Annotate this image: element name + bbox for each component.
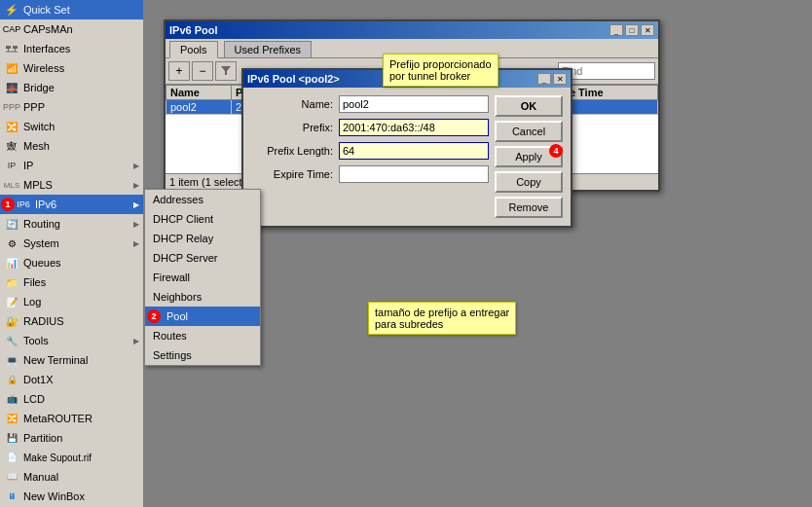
remove-button[interactable]: Remove xyxy=(495,197,563,218)
bridge-icon: 🌉 xyxy=(4,80,19,95)
app-window: ⚡ Quick Set CAP CAPsMAn Interfaces 📶 Wir… xyxy=(0,0,812,507)
radius-icon: 🔐 xyxy=(4,313,19,329)
sidebar-item-capsman[interactable]: CAP CAPsMAn xyxy=(0,19,143,39)
sidebar-item-bridge[interactable]: 🌉 Bridge xyxy=(0,78,143,97)
wireless-icon: 📶 xyxy=(4,60,19,76)
form-row-expire: Expire Time: xyxy=(251,165,489,183)
arrow-icon: ▶ xyxy=(133,181,139,190)
sidebar-item-newwinbox[interactable]: 🖥 New WinBox xyxy=(0,487,143,506)
cell-name: pool2 xyxy=(166,100,232,115)
sidebar-label: Switch xyxy=(23,121,139,132)
prefix-label: Prefix: xyxy=(251,122,339,133)
sidebar-item-tools[interactable]: 🔧 Tools ▶ xyxy=(0,331,143,350)
sidebar-label: IPv6 xyxy=(35,199,133,210)
sidebar-item-lcd[interactable]: 📺 LCD xyxy=(0,389,143,409)
filter-button[interactable] xyxy=(215,61,237,81)
minimize-button[interactable]: _ xyxy=(609,24,623,36)
prefix-length-input[interactable] xyxy=(339,142,489,160)
dot1x-icon: 🔒 xyxy=(4,372,19,387)
system-icon: ⚙ xyxy=(4,235,19,251)
sidebar-item-quickset[interactable]: ⚡ Quick Set xyxy=(0,0,143,19)
context-menu-addresses[interactable]: Addresses xyxy=(145,190,260,209)
sidebar-item-files[interactable]: 📁 Files xyxy=(0,272,143,292)
sidebar-item-make[interactable]: 📄 Make Supout.rif xyxy=(0,448,143,467)
add-icon: + xyxy=(175,64,182,78)
context-menu-neighbors[interactable]: Neighbors xyxy=(145,287,260,307)
sidebar-item-system[interactable]: ⚙ System ▶ xyxy=(0,234,143,253)
sidebar-label: IP xyxy=(23,160,133,171)
sidebar-label: Quick Set xyxy=(23,4,139,16)
queues-icon: 📊 xyxy=(4,255,19,271)
mesh-icon: 🕸 xyxy=(4,138,19,154)
log-icon: 📝 xyxy=(4,294,19,309)
files-icon: 📁 xyxy=(4,274,19,290)
col-name: Name xyxy=(166,86,232,100)
sidebar-item-partition[interactable]: 💾 Partition xyxy=(0,428,143,448)
sidebar-label: Tools xyxy=(23,335,133,346)
svg-rect-0 xyxy=(6,46,11,49)
partition-icon: 💾 xyxy=(4,430,19,446)
mpls-icon: MLS xyxy=(4,177,19,193)
ipv6-icon: IP6 xyxy=(16,197,31,212)
expire-input[interactable] xyxy=(339,165,489,183)
name-input[interactable] xyxy=(339,95,489,113)
sidebar-item-wireless[interactable]: 📶 Wireless xyxy=(0,58,143,78)
sidebar-label: Interfaces xyxy=(23,43,139,54)
sidebar: ⚡ Quick Set CAP CAPsMAn Interfaces 📶 Wir… xyxy=(0,0,144,507)
context-menu-dhcp-server[interactable]: DHCP Server xyxy=(145,248,260,268)
form-area: Name: Prefix: Prefix Length: xyxy=(251,95,489,218)
badge-1: 1 xyxy=(1,198,15,211)
close-button[interactable]: ✕ xyxy=(641,24,654,36)
sidebar-label: Routing xyxy=(23,218,133,230)
filter-icon xyxy=(220,64,232,79)
ip-icon: IP xyxy=(4,158,19,173)
sidebar-item-ipv6[interactable]: 1 IP6 IPv6 ▶ xyxy=(0,195,143,214)
ok-button[interactable]: OK xyxy=(495,95,563,117)
form-row-prefix: Prefix: xyxy=(251,119,489,136)
sidebar-item-metarouter[interactable]: 🔀 MetaROUTER xyxy=(0,409,143,428)
newwinbox-icon: 🖥 xyxy=(4,489,19,504)
prefix-input[interactable] xyxy=(339,119,489,136)
sidebar-item-queues[interactable]: 📊 Queues xyxy=(0,253,143,272)
tab-used-prefixes[interactable]: Used Prefixes xyxy=(224,41,312,57)
metarouter-icon: 🔀 xyxy=(4,411,19,426)
expire-label: Expire Time: xyxy=(251,168,339,180)
sidebar-item-manual[interactable]: 📖 Manual xyxy=(0,467,143,487)
prefix-length-label: Prefix Length: xyxy=(251,145,339,157)
copy-button[interactable]: Copy xyxy=(495,171,563,193)
apply-button[interactable]: Apply 4 xyxy=(495,146,563,167)
context-menu-dhcp-client[interactable]: DHCP Client xyxy=(145,209,260,229)
add-button[interactable]: + xyxy=(168,61,190,81)
capsman-icon: CAP xyxy=(4,21,19,37)
remove-button[interactable]: − xyxy=(192,61,213,81)
name-label: Name: xyxy=(251,98,339,110)
arrow-icon: ▶ xyxy=(133,220,139,229)
context-menu-settings[interactable]: Settings xyxy=(145,345,260,365)
sidebar-item-newterminal[interactable]: 💻 New Terminal xyxy=(0,350,143,370)
sidebar-item-interfaces[interactable]: Interfaces xyxy=(0,39,143,58)
form-row-prefix-length: Prefix Length: xyxy=(251,142,489,160)
context-menu-firewall[interactable]: Firewall xyxy=(145,268,260,287)
tab-pools[interactable]: Pools xyxy=(169,41,218,58)
sidebar-item-mpls[interactable]: MLS MPLS ▶ xyxy=(0,175,143,195)
sidebar-item-mesh[interactable]: 🕸 Mesh xyxy=(0,136,143,156)
find-input[interactable] xyxy=(558,62,655,80)
sidebar-item-dot1x[interactable]: 🔒 Dot1X xyxy=(0,370,143,389)
cancel-button[interactable]: Cancel xyxy=(495,121,563,142)
sidebar-item-ppp[interactable]: PPP PPP xyxy=(0,97,143,117)
sidebar-item-routing[interactable]: 🔄 Routing ▶ xyxy=(0,214,143,234)
dialog-close-button[interactable]: ✕ xyxy=(553,73,567,85)
sidebar-item-log[interactable]: 📝 Log xyxy=(0,292,143,311)
svg-marker-5 xyxy=(221,66,231,75)
context-menu-pool[interactable]: 2 Pool xyxy=(145,307,260,326)
sidebar-label: Mesh xyxy=(23,140,139,152)
context-menu-routes[interactable]: Routes xyxy=(145,326,260,345)
sidebar-item-switch[interactable]: 🔀 Switch xyxy=(0,117,143,136)
sidebar-item-radius[interactable]: 🔐 RADIUS xyxy=(0,311,143,331)
dialog-minimize-button[interactable]: _ xyxy=(537,73,551,85)
sidebar-item-ip[interactable]: IP IP ▶ xyxy=(0,156,143,175)
maximize-button[interactable]: □ xyxy=(625,24,639,36)
window-controls: _ □ ✕ xyxy=(609,24,654,36)
badge-2: 2 xyxy=(147,309,161,323)
context-menu-dhcp-relay[interactable]: DHCP Relay xyxy=(145,229,260,248)
